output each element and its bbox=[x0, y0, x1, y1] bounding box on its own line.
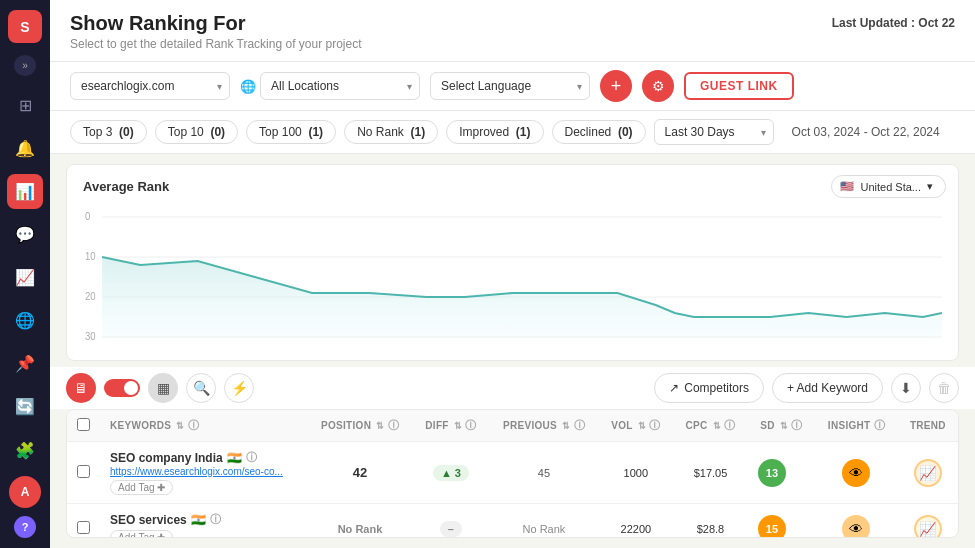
select-all-checkbox[interactable] bbox=[77, 418, 90, 431]
previous-info-icon[interactable]: ⓘ bbox=[574, 419, 585, 431]
sidebar-item-chart[interactable]: 📈 bbox=[7, 260, 43, 295]
sidebar-toggle[interactable]: » bbox=[14, 55, 36, 76]
cpc-sort-icon[interactable]: ⇅ bbox=[713, 421, 721, 431]
sidebar-item-refresh[interactable]: 🔄 bbox=[7, 389, 43, 424]
row2-previous: No Rank bbox=[489, 504, 599, 539]
filter-icon-btn[interactable]: ⚡ bbox=[224, 373, 254, 403]
add-button[interactable]: + bbox=[600, 70, 632, 102]
toggle-wrapper bbox=[104, 379, 140, 397]
last-updated: Last Updated : Oct 22 bbox=[832, 12, 955, 30]
row1-position: 42 bbox=[307, 442, 412, 504]
position-sort-icon[interactable]: ⇅ bbox=[376, 421, 384, 431]
row2-checkbox[interactable] bbox=[77, 521, 90, 534]
row1-add-tag[interactable]: Add Tag ✚ bbox=[110, 480, 173, 495]
row1-insight-icon[interactable]: 👁 bbox=[842, 459, 870, 487]
filter-top100[interactable]: Top 100 (1) bbox=[246, 120, 336, 144]
sidebar: S » ⊞ 🔔 📊 💬 📈 🌐 📌 🔄 🧩 A ? bbox=[0, 0, 50, 548]
settings-button[interactable]: ⚙ bbox=[642, 70, 674, 102]
row2-position: No Rank bbox=[307, 504, 412, 539]
last-updated-value: Oct 22 bbox=[918, 16, 955, 30]
insight-info-icon[interactable]: ⓘ bbox=[874, 419, 885, 431]
language-select-wrapper: Select Language ▾ bbox=[430, 72, 590, 100]
diff-sort-icon[interactable]: ⇅ bbox=[454, 421, 462, 431]
row1-insight-cell: 👁 bbox=[815, 442, 898, 504]
date-range-select[interactable]: Last 30 Days Last 7 Days Last 90 Days Cu… bbox=[654, 119, 774, 145]
grid-icon-btn[interactable]: ▦ bbox=[148, 373, 178, 403]
filter-improved[interactable]: Improved (1) bbox=[446, 120, 543, 144]
help-button[interactable]: ? bbox=[14, 516, 36, 538]
country-selector[interactable]: 🇺🇸 United Sta... ▾ bbox=[831, 175, 946, 198]
row1-checkbox[interactable] bbox=[77, 465, 90, 478]
sd-sort-icon[interactable]: ⇅ bbox=[780, 421, 788, 431]
row1-diff-cell: ▲ 3 bbox=[413, 442, 490, 504]
globe-icon: 🌐 bbox=[240, 79, 256, 94]
sidebar-item-bell[interactable]: 🔔 bbox=[7, 131, 43, 166]
sidebar-item-dashboard[interactable]: ⊞ bbox=[7, 88, 43, 123]
row2-cpc: $28.8 bbox=[673, 504, 748, 539]
chart-svg: 0 10 20 30 bbox=[83, 202, 942, 352]
keywords-info-icon[interactable]: ⓘ bbox=[188, 419, 199, 431]
sidebar-item-globe[interactable]: 🌐 bbox=[7, 303, 43, 338]
row2-flag: 🇮🇳 bbox=[191, 513, 206, 527]
col-previous: PREVIOUS ⇅ ⓘ bbox=[489, 410, 599, 442]
row1-previous: 45 bbox=[489, 442, 599, 504]
cpc-info-icon[interactable]: ⓘ bbox=[724, 419, 735, 431]
diff-info-icon[interactable]: ⓘ bbox=[465, 419, 476, 431]
filter-norank[interactable]: No Rank (1) bbox=[344, 120, 438, 144]
row2-sd-cell: 15 bbox=[748, 504, 815, 539]
vol-sort-icon[interactable]: ⇅ bbox=[638, 421, 646, 431]
row2-trend-icon: 📈 bbox=[914, 515, 942, 539]
table-row: SEO services 🇮🇳 ⓘ Add Tag ✚ No Rank – No… bbox=[67, 504, 958, 539]
sd-info-icon[interactable]: ⓘ bbox=[791, 419, 802, 431]
vol-info-icon[interactable]: ⓘ bbox=[649, 419, 660, 431]
location-select[interactable]: All Locations bbox=[260, 72, 420, 100]
keywords-sort-icon[interactable]: ⇅ bbox=[176, 421, 184, 431]
sidebar-item-analytics[interactable]: 🧩 bbox=[7, 432, 43, 468]
monitor-icon-btn[interactable]: 🖥 bbox=[66, 373, 96, 403]
sidebar-bottom: 🧩 A ? bbox=[7, 432, 43, 538]
header-left: Show Ranking For Select to get the detai… bbox=[70, 12, 362, 51]
row2-keyword: SEO services 🇮🇳 ⓘ bbox=[110, 512, 297, 527]
language-select[interactable]: Select Language bbox=[430, 72, 590, 100]
row1-trend-cell: 📈 bbox=[898, 442, 958, 504]
row2-add-tag[interactable]: Add Tag ✚ bbox=[110, 530, 173, 538]
row1-info-icon[interactable]: ⓘ bbox=[246, 450, 257, 465]
row2-diff-cell: – bbox=[413, 504, 490, 539]
sidebar-item-pin[interactable]: 📌 bbox=[7, 346, 43, 381]
toggle-switch[interactable] bbox=[104, 379, 140, 397]
download-icon-btn[interactable]: ⬇ bbox=[891, 373, 921, 403]
row2-keyword-cell: SEO services 🇮🇳 ⓘ Add Tag ✚ bbox=[100, 504, 307, 539]
domain-select[interactable]: esearchlogix.com bbox=[70, 72, 230, 100]
competitors-label: Competitors bbox=[684, 381, 749, 395]
sidebar-item-rank[interactable]: 📊 bbox=[7, 174, 43, 209]
avatar[interactable]: A bbox=[9, 476, 41, 508]
row2-checkbox-cell bbox=[67, 504, 100, 539]
location-select-wrapper: 🌐 All Locations ▾ bbox=[240, 72, 420, 100]
select-all-header bbox=[67, 410, 100, 442]
previous-sort-icon[interactable]: ⇅ bbox=[562, 421, 570, 431]
row1-vol: 1000 bbox=[599, 442, 673, 504]
sidebar-item-message[interactable]: 💬 bbox=[7, 217, 43, 252]
page-subtitle: Select to get the detailed Rank Tracking… bbox=[70, 37, 362, 51]
filter-top3[interactable]: Top 3 (0) bbox=[70, 120, 147, 144]
filter-top10[interactable]: Top 10 (0) bbox=[155, 120, 238, 144]
table-row: SEO company India 🇮🇳 ⓘ https://www.esear… bbox=[67, 442, 958, 504]
row2-diff-badge: – bbox=[440, 521, 462, 537]
date-range-label: Oct 03, 2024 - Oct 22, 2024 bbox=[792, 125, 940, 139]
guest-link-button[interactable]: GUEST LINK bbox=[684, 72, 794, 100]
col-keywords: KEYWORDS ⇅ ⓘ bbox=[100, 410, 307, 442]
competitors-icon: ↗ bbox=[669, 381, 679, 395]
country-flag: 🇺🇸 bbox=[840, 180, 854, 193]
row1-url[interactable]: https://www.esearchlogix.com/seo-co... bbox=[110, 466, 283, 477]
svg-text:0: 0 bbox=[85, 211, 91, 222]
search-icon-btn[interactable]: 🔍 bbox=[186, 373, 216, 403]
competitors-button[interactable]: ↗ Competitors bbox=[654, 373, 764, 403]
row2-insight-icon[interactable]: 👁 bbox=[842, 515, 870, 539]
position-info-icon[interactable]: ⓘ bbox=[388, 419, 399, 431]
add-keyword-button[interactable]: + Add Keyword bbox=[772, 373, 883, 403]
filter-declined[interactable]: Declined (0) bbox=[552, 120, 646, 144]
row2-info-icon[interactable]: ⓘ bbox=[210, 512, 221, 527]
trash-icon-btn[interactable]: 🗑 bbox=[929, 373, 959, 403]
row1-keyword-cell: SEO company India 🇮🇳 ⓘ https://www.esear… bbox=[100, 442, 307, 504]
chart-canvas: 0 10 20 30 bbox=[83, 202, 942, 352]
